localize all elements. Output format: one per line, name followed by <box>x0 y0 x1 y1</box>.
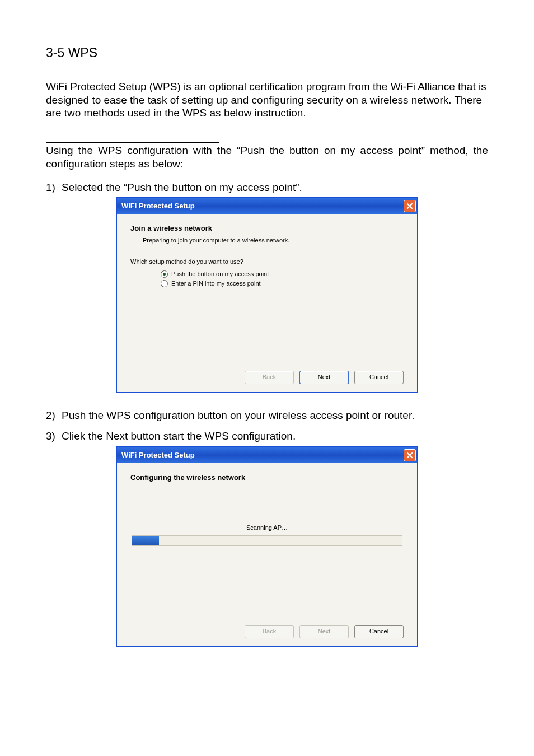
radio-icon <box>161 280 168 287</box>
setup-question: Which setup method do you want to use? <box>130 258 407 266</box>
step-3: 3)Cliek the Next button start the WPS co… <box>46 430 488 647</box>
scanning-label: Scanning AP… <box>127 524 407 532</box>
wps-dialog-join: WiFi Protected Setup Join a wireless net… <box>116 197 418 393</box>
wps-dialog-configuring: WiFi Protected Setup Configuring the wir… <box>116 446 418 647</box>
dialog-body: Join a wireless network Preparing to joi… <box>117 214 417 391</box>
divider <box>130 251 404 251</box>
progress-fill <box>132 536 159 545</box>
divider <box>130 619 404 619</box>
back-button: Back <box>245 371 294 384</box>
step-1: 1)Selected the “Push the button on my ac… <box>46 181 488 393</box>
step-text: Selected the “Push the button on my acce… <box>62 181 302 193</box>
cancel-button[interactable]: Cancel <box>354 625 404 638</box>
button-row: Back Next Cancel <box>127 625 407 638</box>
intro-paragraph: WiFi Protected Setup (WPS) is an optiona… <box>46 80 488 120</box>
document-page: 3-5 WPS WiFi Protected Setup (WPS) is an… <box>0 0 534 697</box>
dialog-heading: Configuring the wireless network <box>130 473 407 482</box>
step-number: 1) <box>46 181 62 194</box>
dialog-subtext: Preparing to join your computer to a wir… <box>143 237 407 245</box>
close-icon <box>406 203 413 209</box>
next-button[interactable]: Next <box>299 371 349 384</box>
titlebar: WiFi Protected Setup <box>117 447 417 463</box>
window-title: WiFi Protected Setup <box>121 451 404 460</box>
radio-label: Enter a PIN into my access point <box>171 280 261 288</box>
radio-push-button[interactable]: Push the button on my access point <box>161 270 407 278</box>
next-button: Next <box>299 625 349 638</box>
close-icon <box>406 452 413 459</box>
step-number: 2) <box>46 409 62 422</box>
window-title: WiFi Protected Setup <box>121 202 404 211</box>
radio-icon <box>161 270 168 278</box>
radio-enter-pin[interactable]: Enter a PIN into my access point <box>161 280 407 288</box>
back-button: Back <box>245 625 294 638</box>
step-list: 1)Selected the “Push the button on my ac… <box>46 181 488 648</box>
step-2: 2)Push the WPS configuration button on y… <box>46 409 488 422</box>
dialog-body: Configuring the wireless network Scannin… <box>117 463 417 646</box>
close-button[interactable] <box>404 200 416 212</box>
radio-label: Push the button on my access point <box>171 270 269 278</box>
cancel-button[interactable]: Cancel <box>354 371 404 384</box>
subsection-rule: 3-5-1 Push the button on my access point <box>46 142 219 143</box>
progress-bar <box>132 535 402 546</box>
dialog-heading: Join a wireless network <box>130 224 407 233</box>
push-method-intro: Using the WPS configuration with the “Pu… <box>46 144 488 171</box>
step-text: Cliek the Next button start the WPS conf… <box>62 430 296 442</box>
section-heading: 3-5 WPS <box>46 45 488 61</box>
titlebar: WiFi Protected Setup <box>117 198 417 214</box>
step-number: 3) <box>46 430 62 443</box>
step-text: Push the WPS configuration button on you… <box>62 409 415 421</box>
button-row: Back Next Cancel <box>127 371 407 384</box>
close-button[interactable] <box>404 449 416 461</box>
divider <box>130 488 404 488</box>
